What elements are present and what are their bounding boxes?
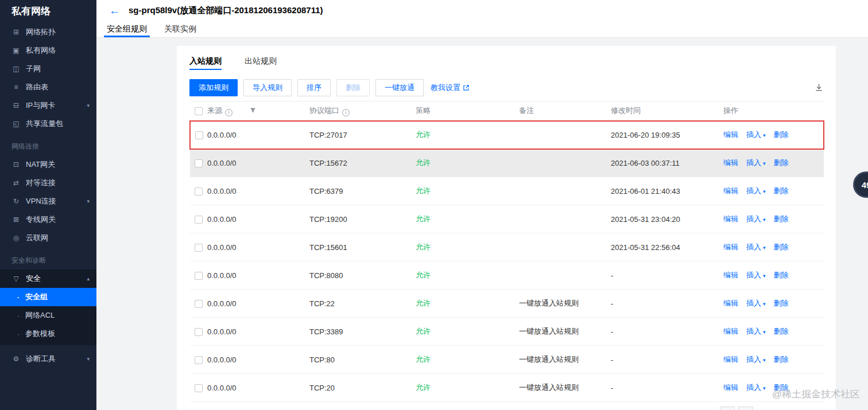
sidebar-item-shared-bandwidth[interactable]: ◱共享流量包 (0, 115, 96, 133)
pagination-prev-button[interactable] (720, 407, 735, 410)
tab-security-group-rules[interactable]: 安全组规则 (98, 21, 156, 37)
table-row[interactable]: 0.0.0.0/0 TCP:27017 允许 2021-06-20 19:09:… (190, 121, 824, 149)
delete-link[interactable]: 删除 (774, 186, 789, 195)
table-row[interactable]: 0.0.0.0/0 TCP:22 允许 一键放通入站规则 - 编辑插入▾删除 (190, 290, 824, 318)
insert-link[interactable]: 插入▾ (746, 243, 766, 251)
table-row[interactable]: 0.0.0.0/0 TCP:20 允许 一键放通入站规则 - 编辑插入▾删除 (190, 374, 824, 402)
table-row[interactable]: 0.0.0.0/0 TCP:15672 允许 2021-06-03 00:37:… (190, 149, 824, 177)
edit-link[interactable]: 编辑 (723, 214, 738, 223)
sidebar-item-security[interactable]: ▽安全▴ (0, 270, 96, 288)
sidebar-item-label: IP与网卡 (26, 100, 55, 111)
row-checkbox[interactable] (195, 384, 203, 392)
row-checkbox[interactable] (195, 272, 203, 280)
edit-link[interactable]: 编辑 (723, 299, 738, 307)
sidebar-item-vpn[interactable]: ↻VPN连接▾ (0, 192, 96, 210)
row-checkbox[interactable] (195, 356, 203, 364)
row-checkbox[interactable] (195, 216, 203, 224)
sidebar-item-ccn[interactable]: ◎云联网 (0, 229, 96, 247)
sidebar-item-subnet[interactable]: ◫子网 (0, 60, 96, 78)
edit-link[interactable]: 编辑 (723, 158, 738, 167)
chevron-down-icon: ▾ (763, 357, 766, 363)
edit-link[interactable]: 编辑 (723, 355, 738, 364)
select-all-checkbox[interactable] (195, 107, 203, 115)
delete-link[interactable]: 删除 (774, 214, 789, 223)
sidebar-item-nat-gateway[interactable]: ⊡NAT网关 (0, 155, 96, 174)
tab-associated-instances[interactable]: 关联实例 (156, 21, 205, 37)
sidebar-item-label: 子网 (26, 64, 41, 74)
row-checkbox[interactable] (195, 159, 203, 167)
filter-icon[interactable] (250, 107, 256, 114)
edit-link[interactable]: 编辑 (723, 271, 738, 279)
sidebar-item-label: VPN连接 (26, 196, 56, 206)
delete-button[interactable]: 删除 (336, 79, 370, 96)
content: 入站规则出站规则 添加规则 导入规则 排序 删除 一键放通 教我设置 (96, 38, 868, 410)
table-row[interactable]: 0.0.0.0/0 TCP:6379 允许 2021-06-01 21:40:4… (190, 177, 824, 205)
insert-link-label: 插入 (746, 383, 761, 392)
sidebar-item-peering[interactable]: ⇄对等连接 (0, 174, 96, 192)
peering-icon: ⇄ (11, 179, 21, 187)
delete-link[interactable]: 删除 (774, 327, 789, 335)
sidebar-item-ip-nic[interactable]: ⊟IP与网卡▾ (0, 96, 96, 115)
download-icon[interactable] (815, 83, 823, 92)
delete-link[interactable]: 删除 (774, 355, 789, 364)
insert-link[interactable]: 插入▾ (746, 130, 766, 139)
delete-link[interactable]: 删除 (774, 383, 789, 392)
rule-source: 0.0.0.0/0 (207, 205, 309, 233)
sidebar-item-topology[interactable]: ⊞网络拓扑 (0, 23, 96, 41)
pagination-next-button[interactable] (738, 407, 753, 410)
row-checkbox[interactable] (195, 244, 203, 252)
delete-link[interactable]: 删除 (774, 158, 789, 167)
insert-link-label: 插入 (746, 186, 761, 195)
row-checkbox[interactable] (195, 131, 203, 139)
sidebar-item-param-template[interactable]: ·参数模板 (0, 325, 96, 343)
tab-outbound-rules[interactable]: 出站规则 (245, 53, 277, 70)
insert-link[interactable]: 插入▾ (746, 355, 766, 364)
edit-link[interactable]: 编辑 (723, 327, 738, 335)
edit-link[interactable]: 编辑 (723, 186, 738, 195)
sort-button[interactable]: 排序 (297, 79, 331, 96)
sidebar-item-vpc[interactable]: ▣私有网络 (0, 41, 96, 60)
rule-port: TCP:15601 (309, 233, 416, 261)
floating-badge[interactable]: 49 (853, 171, 868, 198)
bullet-icon: · (15, 330, 22, 338)
insert-link[interactable]: 插入▾ (746, 327, 766, 335)
sidebar-item-route-table[interactable]: ≡路由表 (0, 78, 96, 96)
delete-link[interactable]: 删除 (774, 243, 789, 251)
edit-link[interactable]: 编辑 (723, 243, 738, 251)
edit-link[interactable]: 编辑 (723, 383, 738, 392)
sidebar-item-security-group[interactable]: ·安全组 (0, 288, 96, 306)
table-row[interactable]: 0.0.0.0/0 TCP:19200 允许 2021-05-31 23:04:… (190, 205, 824, 233)
rule-port: TCP:3389 (309, 318, 416, 346)
insert-link[interactable]: 插入▾ (746, 299, 766, 307)
row-checkbox[interactable] (195, 300, 203, 308)
tab-inbound-rules[interactable]: 入站规则 (189, 53, 222, 70)
add-rule-button[interactable]: 添加规则 (189, 79, 238, 96)
insert-link-label: 插入 (746, 243, 761, 251)
sidebar-item-label: 专线网关 (26, 214, 56, 225)
tutorial-link[interactable]: 教我设置 (431, 83, 470, 93)
info-icon[interactable]: i (342, 109, 350, 116)
delete-link[interactable]: 删除 (774, 130, 789, 139)
table-row[interactable]: 0.0.0.0/0 TCP:15601 允许 2021-05-31 22:56:… (190, 233, 824, 261)
row-checkbox[interactable] (195, 328, 203, 336)
delete-link[interactable]: 删除 (774, 271, 789, 279)
rule-policy: 允许 (416, 177, 519, 205)
sidebar-item-direct-connect[interactable]: ⊠专线网关 (0, 210, 96, 229)
insert-link[interactable]: 插入▾ (746, 158, 766, 167)
import-rule-button[interactable]: 导入规则 (243, 79, 292, 96)
sidebar-item-diagnostic-tools[interactable]: ⚙诊断工具▾ (0, 350, 96, 368)
table-row[interactable]: 0.0.0.0/0 TCP:80 允许 一键放通入站规则 - 编辑插入▾删除 (190, 346, 824, 374)
back-arrow-icon[interactable]: ← (109, 5, 120, 16)
info-icon[interactable]: i (225, 109, 232, 116)
insert-link[interactable]: 插入▾ (746, 271, 766, 279)
insert-link[interactable]: 插入▾ (746, 186, 766, 195)
table-row[interactable]: 0.0.0.0/0 TCP:8080 允许 - 编辑插入▾删除 (190, 261, 824, 290)
insert-link[interactable]: 插入▾ (746, 214, 766, 223)
delete-link[interactable]: 删除 (774, 299, 789, 307)
table-row[interactable]: 0.0.0.0/0 TCP:3389 允许 一键放通入站规则 - 编辑插入▾删除 (190, 318, 824, 346)
edit-link[interactable]: 编辑 (723, 130, 738, 139)
insert-link[interactable]: 插入▾ (746, 383, 766, 392)
row-checkbox[interactable] (195, 188, 203, 196)
open-all-ports-button[interactable]: 一键放通 (375, 79, 424, 96)
sidebar-item-network-acl[interactable]: ·网络ACL (0, 306, 96, 325)
